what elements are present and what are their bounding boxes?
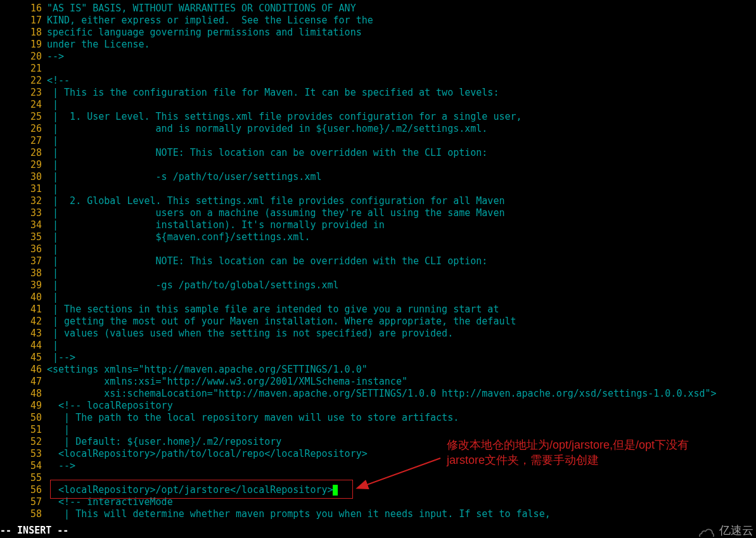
code-text: | (47, 135, 58, 147)
code-text: | (47, 159, 58, 171)
code-line[interactable]: 21 (0, 63, 756, 75)
code-line[interactable]: 27 | (0, 135, 756, 147)
code-text: | users on a machine (assuming they're a… (47, 207, 504, 219)
code-text: <!-- interactiveMode (47, 496, 173, 508)
code-line[interactable]: 55 (0, 472, 756, 484)
code-line[interactable]: 30 | -s /path/to/user/settings.xml (0, 171, 756, 183)
line-number: 45 (0, 352, 47, 364)
code-line[interactable]: 36 | (0, 243, 756, 255)
code-line[interactable]: 45 |--> (0, 352, 756, 364)
line-number: 53 (0, 448, 47, 460)
code-line[interactable]: 41 | The sections in this sample file ar… (0, 304, 756, 316)
line-number: 42 (0, 316, 47, 328)
code-line[interactable]: 38 | (0, 267, 756, 279)
vim-status-bar: -- INSERT -- (0, 525, 68, 537)
code-text: | getting the most out of your Maven ins… (47, 316, 516, 328)
line-number: 34 (0, 219, 47, 231)
code-text: under the License. (47, 39, 150, 51)
code-line[interactable]: 44 | (0, 340, 756, 352)
line-number: 29 (0, 159, 47, 171)
line-number: 31 (0, 183, 47, 195)
code-line[interactable]: 22<!-- (0, 75, 756, 87)
code-line[interactable]: 20--> (0, 51, 756, 63)
code-line[interactable]: 50 | The path to the local repository ma… (0, 412, 756, 424)
line-number: 27 (0, 135, 47, 147)
code-text: specific language governing permissions … (47, 27, 362, 39)
code-line[interactable]: 18specific language governing permission… (0, 27, 756, 39)
line-number: 37 (0, 255, 47, 267)
line-number: 25 (0, 111, 47, 123)
line-number: 38 (0, 267, 47, 279)
code-text: <!-- localRepository (47, 400, 173, 412)
line-number: 32 (0, 195, 47, 207)
line-number: 26 (0, 123, 47, 135)
code-line[interactable]: 19under the License. (0, 39, 756, 51)
line-number: 40 (0, 291, 47, 304)
code-line[interactable]: 31 | (0, 183, 756, 195)
code-line[interactable]: 58 | This will determine whether maven p… (0, 508, 756, 520)
line-number: 44 (0, 340, 47, 352)
code-line[interactable]: 39 | -gs /path/to/global/settings.xml (0, 279, 756, 291)
code-text: --> (47, 51, 64, 63)
line-number: 17 (0, 15, 47, 27)
code-line[interactable]: 17KIND, either express or implied. See t… (0, 15, 756, 27)
code-text: | The sections in this sample file are i… (47, 304, 499, 316)
code-text: | Default: ${user.home}/.m2/repository (47, 436, 281, 448)
line-number: 57 (0, 496, 47, 508)
line-number: 54 (0, 460, 47, 472)
code-line[interactable]: 57 <!-- interactiveMode (0, 496, 756, 508)
code-line[interactable]: 49 <!-- localRepository (0, 400, 756, 412)
code-line[interactable]: 42 | getting the most out of your Maven … (0, 316, 756, 328)
code-line[interactable]: 35 | ${maven.conf}/settings.xml. (0, 231, 756, 243)
code-line[interactable]: 16"AS IS" BASIS, WITHOUT WARRANTIES OR C… (0, 3, 756, 15)
code-line[interactable]: 40 | (0, 291, 756, 304)
code-line[interactable]: 28 | NOTE: This location can be overridd… (0, 147, 756, 159)
code-line[interactable]: 26 | and is normally provided in ${user.… (0, 123, 756, 135)
code-text: | NOTE: This location can be overridden … (47, 147, 487, 159)
code-line[interactable]: 47 xmlns:xsi="http://www.w3.org/2001/XML… (0, 376, 756, 388)
code-text: | -gs /path/to/global/settings.xml (47, 279, 339, 291)
code-text: <localRepository>/path/to/local/repo</lo… (47, 448, 368, 460)
line-number: 16 (0, 3, 47, 15)
code-text: | (47, 291, 58, 304)
line-number: 51 (0, 424, 47, 436)
line-number: 50 (0, 412, 47, 424)
line-number: 24 (0, 99, 47, 111)
code-line[interactable]: 46<settings xmlns="http://maven.apache.o… (0, 364, 756, 376)
code-line[interactable]: 29 | (0, 159, 756, 171)
code-text: --> (47, 460, 75, 472)
code-text: | 2. Global Level. This settings.xml fil… (47, 195, 504, 207)
code-line[interactable]: 34 | installation). It's normally provid… (0, 219, 756, 231)
code-text: | and is normally provided in ${user.hom… (47, 123, 487, 135)
line-number: 36 (0, 243, 47, 255)
line-number: 39 (0, 279, 47, 291)
code-text: KIND, either express or implied. See the… (47, 15, 373, 27)
code-line[interactable]: 37 | NOTE: This location can be overridd… (0, 255, 756, 267)
line-number: 30 (0, 171, 47, 183)
text-cursor (333, 485, 338, 496)
watermark-label: 亿速云 (719, 525, 753, 537)
line-number: 35 (0, 231, 47, 243)
code-line[interactable]: 56 <localRepository>/opt/jarstore</local… (0, 484, 756, 496)
code-text: | 1. User Level. This settings.xml file … (47, 111, 522, 123)
code-text: | values (values used when the setting i… (47, 328, 453, 340)
code-line[interactable]: 32 | 2. Global Level. This settings.xml … (0, 195, 756, 207)
code-text: | (47, 340, 58, 352)
code-text: xmlns:xsi="http://www.w3.org/2001/XMLSch… (47, 376, 407, 388)
code-text: xsi:schemaLocation="http://maven.apache.… (47, 388, 717, 400)
code-line[interactable]: 24 | (0, 99, 756, 111)
code-line[interactable]: 51 | (0, 424, 756, 436)
line-number: 52 (0, 436, 47, 448)
code-text: <localRepository>/opt/jarstore</localRep… (47, 484, 338, 496)
code-text: | This is the configuration file for Mav… (47, 87, 499, 99)
line-number: 21 (0, 63, 47, 75)
code-line[interactable]: 33 | users on a machine (assuming they'r… (0, 207, 756, 219)
code-line[interactable]: 23 | This is the configuration file for … (0, 87, 756, 99)
code-text: | NOTE: This location can be overridden … (47, 255, 487, 267)
code-line[interactable]: 43 | values (values used when the settin… (0, 328, 756, 340)
code-text: | The path to the local repository maven… (47, 412, 459, 424)
code-line[interactable]: 48 xsi:schemaLocation="http://maven.apac… (0, 388, 756, 400)
code-line[interactable]: 25 | 1. User Level. This settings.xml fi… (0, 111, 756, 123)
code-text: | (47, 243, 58, 255)
line-number: 18 (0, 27, 47, 39)
